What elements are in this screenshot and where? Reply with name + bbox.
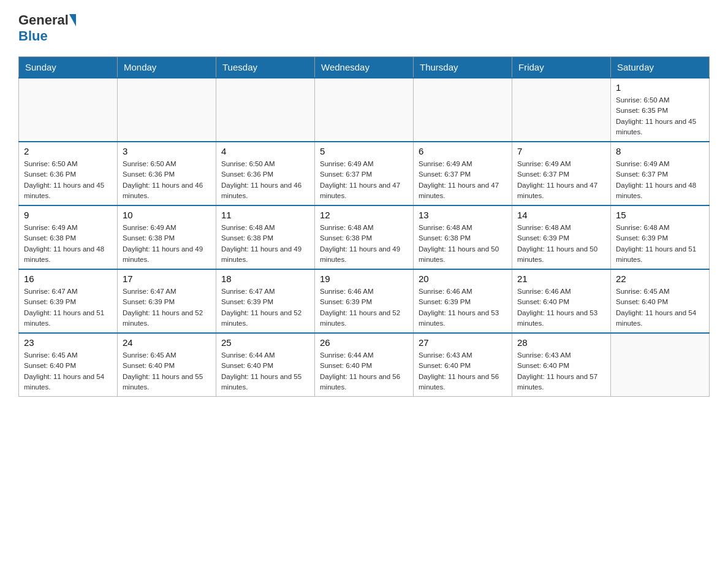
day-header-friday: Friday <box>512 57 611 79</box>
day-info: Sunrise: 6:46 AM Sunset: 6:40 PM Dayligh… <box>517 286 605 329</box>
calendar-cell: 14Sunrise: 6:48 AM Sunset: 6:39 PM Dayli… <box>512 205 611 269</box>
calendar-cell: 16Sunrise: 6:47 AM Sunset: 6:39 PM Dayli… <box>19 269 118 333</box>
calendar-cell: 5Sunrise: 6:49 AM Sunset: 6:37 PM Daylig… <box>315 142 414 205</box>
page-header: General Blue <box>18 12 710 44</box>
calendar-cell: 22Sunrise: 6:45 AM Sunset: 6:40 PM Dayli… <box>611 269 710 333</box>
day-number: 14 <box>517 210 605 220</box>
day-number: 3 <box>123 146 211 156</box>
calendar-cell: 12Sunrise: 6:48 AM Sunset: 6:38 PM Dayli… <box>315 205 414 269</box>
week-row-4: 16Sunrise: 6:47 AM Sunset: 6:39 PM Dayli… <box>19 269 710 333</box>
day-number: 17 <box>123 274 211 284</box>
calendar-cell <box>611 333 710 397</box>
calendar-cell: 10Sunrise: 6:49 AM Sunset: 6:38 PM Dayli… <box>118 205 216 269</box>
day-number: 2 <box>24 146 112 156</box>
day-info: Sunrise: 6:49 AM Sunset: 6:37 PM Dayligh… <box>517 159 605 201</box>
calendar-cell <box>19 78 118 142</box>
week-row-2: 2Sunrise: 6:50 AM Sunset: 6:36 PM Daylig… <box>19 142 710 205</box>
calendar-cell: 19Sunrise: 6:46 AM Sunset: 6:39 PM Dayli… <box>315 269 414 333</box>
day-info: Sunrise: 6:48 AM Sunset: 6:38 PM Dayligh… <box>221 223 309 265</box>
day-info: Sunrise: 6:49 AM Sunset: 6:37 PM Dayligh… <box>419 159 507 201</box>
calendar-cell <box>216 78 315 142</box>
week-row-1: 1Sunrise: 6:50 AM Sunset: 6:35 PM Daylig… <box>19 78 710 142</box>
day-number: 10 <box>123 210 211 220</box>
calendar-cell: 6Sunrise: 6:49 AM Sunset: 6:37 PM Daylig… <box>414 142 512 205</box>
logo-blue-text: Blue <box>18 28 48 44</box>
calendar-cell: 9Sunrise: 6:49 AM Sunset: 6:38 PM Daylig… <box>19 205 118 269</box>
day-info: Sunrise: 6:45 AM Sunset: 6:40 PM Dayligh… <box>24 350 112 393</box>
day-info: Sunrise: 6:47 AM Sunset: 6:39 PM Dayligh… <box>24 286 112 329</box>
calendar-cell: 25Sunrise: 6:44 AM Sunset: 6:40 PM Dayli… <box>216 333 315 397</box>
calendar-header-row: SundayMondayTuesdayWednesdayThursdayFrid… <box>19 57 710 79</box>
day-number: 18 <box>221 274 309 284</box>
day-number: 19 <box>320 274 408 284</box>
calendar-cell: 13Sunrise: 6:48 AM Sunset: 6:38 PM Dayli… <box>414 205 512 269</box>
day-number: 22 <box>616 274 704 284</box>
day-number: 9 <box>24 210 112 220</box>
day-info: Sunrise: 6:48 AM Sunset: 6:39 PM Dayligh… <box>616 223 704 265</box>
day-info: Sunrise: 6:46 AM Sunset: 6:39 PM Dayligh… <box>419 286 507 329</box>
day-number: 23 <box>24 337 112 348</box>
day-info: Sunrise: 6:49 AM Sunset: 6:37 PM Dayligh… <box>616 159 704 201</box>
day-number: 24 <box>123 337 211 348</box>
day-number: 4 <box>221 146 309 156</box>
day-info: Sunrise: 6:44 AM Sunset: 6:40 PM Dayligh… <box>221 350 309 393</box>
calendar-cell: 15Sunrise: 6:48 AM Sunset: 6:39 PM Dayli… <box>611 205 710 269</box>
logo-general-text: General <box>18 12 69 28</box>
day-info: Sunrise: 6:45 AM Sunset: 6:40 PM Dayligh… <box>616 286 704 329</box>
calendar-cell: 27Sunrise: 6:43 AM Sunset: 6:40 PM Dayli… <box>414 333 512 397</box>
calendar-cell: 2Sunrise: 6:50 AM Sunset: 6:36 PM Daylig… <box>19 142 118 205</box>
day-info: Sunrise: 6:47 AM Sunset: 6:39 PM Dayligh… <box>221 286 309 329</box>
day-header-sunday: Sunday <box>19 57 118 79</box>
day-info: Sunrise: 6:47 AM Sunset: 6:39 PM Dayligh… <box>123 286 211 329</box>
day-number: 25 <box>221 337 309 348</box>
calendar-cell: 21Sunrise: 6:46 AM Sunset: 6:40 PM Dayli… <box>512 269 611 333</box>
day-info: Sunrise: 6:49 AM Sunset: 6:37 PM Dayligh… <box>320 159 408 201</box>
calendar-cell <box>512 78 611 142</box>
day-number: 28 <box>517 337 605 348</box>
calendar-cell: 26Sunrise: 6:44 AM Sunset: 6:40 PM Dayli… <box>315 333 414 397</box>
day-number: 16 <box>24 274 112 284</box>
day-info: Sunrise: 6:44 AM Sunset: 6:40 PM Dayligh… <box>320 350 408 393</box>
day-number: 6 <box>419 146 507 156</box>
calendar-cell: 17Sunrise: 6:47 AM Sunset: 6:39 PM Dayli… <box>118 269 216 333</box>
calendar-cell: 8Sunrise: 6:49 AM Sunset: 6:37 PM Daylig… <box>611 142 710 205</box>
day-info: Sunrise: 6:50 AM Sunset: 6:35 PM Dayligh… <box>616 95 704 137</box>
calendar-cell <box>315 78 414 142</box>
day-header-monday: Monday <box>118 57 216 79</box>
day-header-thursday: Thursday <box>414 57 512 79</box>
calendar-cell: 7Sunrise: 6:49 AM Sunset: 6:37 PM Daylig… <box>512 142 611 205</box>
calendar-cell: 18Sunrise: 6:47 AM Sunset: 6:39 PM Dayli… <box>216 269 315 333</box>
day-header-saturday: Saturday <box>611 57 710 79</box>
logo: General Blue <box>18 12 77 44</box>
calendar-table: SundayMondayTuesdayWednesdayThursdayFrid… <box>18 56 710 397</box>
logo-triangle-icon <box>69 14 76 26</box>
day-number: 12 <box>320 210 408 220</box>
day-info: Sunrise: 6:50 AM Sunset: 6:36 PM Dayligh… <box>24 159 112 201</box>
day-info: Sunrise: 6:49 AM Sunset: 6:38 PM Dayligh… <box>24 223 112 265</box>
day-number: 11 <box>221 210 309 220</box>
calendar-cell: 20Sunrise: 6:46 AM Sunset: 6:39 PM Dayli… <box>414 269 512 333</box>
calendar-cell: 11Sunrise: 6:48 AM Sunset: 6:38 PM Dayli… <box>216 205 315 269</box>
day-info: Sunrise: 6:49 AM Sunset: 6:38 PM Dayligh… <box>123 223 211 265</box>
day-info: Sunrise: 6:48 AM Sunset: 6:38 PM Dayligh… <box>320 223 408 265</box>
calendar-cell <box>118 78 216 142</box>
day-number: 13 <box>419 210 507 220</box>
day-header-wednesday: Wednesday <box>315 57 414 79</box>
calendar-cell: 4Sunrise: 6:50 AM Sunset: 6:36 PM Daylig… <box>216 142 315 205</box>
day-number: 7 <box>517 146 605 156</box>
day-info: Sunrise: 6:48 AM Sunset: 6:39 PM Dayligh… <box>517 223 605 265</box>
week-row-5: 23Sunrise: 6:45 AM Sunset: 6:40 PM Dayli… <box>19 333 710 397</box>
day-info: Sunrise: 6:46 AM Sunset: 6:39 PM Dayligh… <box>320 286 408 329</box>
day-number: 26 <box>320 337 408 348</box>
day-info: Sunrise: 6:50 AM Sunset: 6:36 PM Dayligh… <box>221 159 309 201</box>
day-info: Sunrise: 6:50 AM Sunset: 6:36 PM Dayligh… <box>123 159 211 201</box>
day-number: 21 <box>517 274 605 284</box>
calendar-cell: 3Sunrise: 6:50 AM Sunset: 6:36 PM Daylig… <box>118 142 216 205</box>
day-number: 1 <box>616 82 704 93</box>
day-info: Sunrise: 6:43 AM Sunset: 6:40 PM Dayligh… <box>517 350 605 393</box>
calendar-cell: 28Sunrise: 6:43 AM Sunset: 6:40 PM Dayli… <box>512 333 611 397</box>
week-row-3: 9Sunrise: 6:49 AM Sunset: 6:38 PM Daylig… <box>19 205 710 269</box>
day-info: Sunrise: 6:48 AM Sunset: 6:38 PM Dayligh… <box>419 223 507 265</box>
day-header-tuesday: Tuesday <box>216 57 315 79</box>
day-info: Sunrise: 6:43 AM Sunset: 6:40 PM Dayligh… <box>419 350 507 393</box>
